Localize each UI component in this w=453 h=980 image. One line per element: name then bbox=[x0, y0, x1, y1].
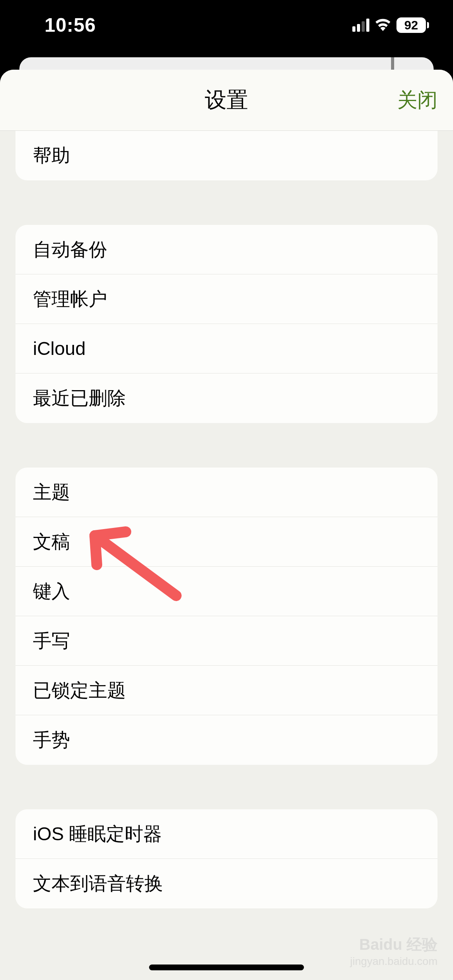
row-label: 文稿 bbox=[33, 529, 70, 554]
row-label: iOS 睡眠定时器 bbox=[33, 822, 162, 846]
home-indicator[interactable] bbox=[149, 965, 304, 970]
row-recently-deleted[interactable]: 最近已删除 bbox=[15, 373, 438, 423]
row-auto-backup[interactable]: 自动备份 bbox=[15, 225, 438, 274]
battery-icon: 92 bbox=[396, 17, 426, 33]
settings-sheet: 设置 关闭 帮助 自动备份 管理帐户 iCloud 最近已删除 bbox=[0, 70, 453, 980]
row-label: 键入 bbox=[33, 579, 70, 604]
row-label: 手势 bbox=[33, 728, 70, 752]
watermark: Baidu 经验 jingyan.baidu.com bbox=[350, 934, 438, 968]
row-label: 手写 bbox=[33, 629, 70, 653]
watermark-main: Baidu 经验 bbox=[350, 934, 438, 954]
status-bar: 10:56 92 bbox=[0, 0, 453, 50]
battery-level: 92 bbox=[404, 18, 418, 33]
sheet-title: 设置 bbox=[205, 86, 248, 115]
sheet-content[interactable]: 帮助 自动备份 管理帐户 iCloud 最近已删除 主题 文稿 bbox=[0, 131, 453, 908]
sheet-header: 设置 关闭 bbox=[0, 70, 453, 131]
row-manage-account[interactable]: 管理帐户 bbox=[15, 274, 438, 324]
wifi-icon bbox=[374, 17, 392, 33]
status-time: 10:56 bbox=[45, 14, 96, 36]
row-sleep-timer[interactable]: iOS 睡眠定时器 bbox=[15, 809, 438, 859]
group-preferences: 主题 文稿 键入 手写 已锁定主题 手势 bbox=[15, 468, 438, 765]
row-theme[interactable]: 主题 bbox=[15, 468, 438, 517]
row-label: 自动备份 bbox=[33, 237, 107, 262]
close-button[interactable]: 关闭 bbox=[397, 87, 438, 114]
row-label: 主题 bbox=[33, 480, 70, 505]
row-label: 文本到语音转换 bbox=[33, 871, 163, 896]
watermark-sub: jingyan.baidu.com bbox=[350, 954, 438, 968]
row-document[interactable]: 文稿 bbox=[15, 517, 438, 567]
status-indicators: 92 bbox=[352, 17, 426, 33]
row-icloud[interactable]: iCloud bbox=[15, 324, 438, 373]
group-account: 自动备份 管理帐户 iCloud 最近已删除 bbox=[15, 225, 438, 423]
group-system: iOS 睡眠定时器 文本到语音转换 bbox=[15, 809, 438, 908]
row-handwriting[interactable]: 手写 bbox=[15, 616, 438, 666]
row-label: 管理帐户 bbox=[33, 287, 107, 312]
row-label: 帮助 bbox=[33, 143, 70, 168]
group-help: 帮助 bbox=[15, 131, 438, 180]
row-gesture[interactable]: 手势 bbox=[15, 715, 438, 765]
row-label: 已锁定主题 bbox=[33, 678, 126, 703]
row-tts[interactable]: 文本到语音转换 bbox=[15, 859, 438, 908]
row-help[interactable]: 帮助 bbox=[15, 131, 438, 180]
row-locked-theme[interactable]: 已锁定主题 bbox=[15, 666, 438, 715]
row-label: 最近已删除 bbox=[33, 386, 126, 411]
background-card-scrollbar bbox=[391, 57, 394, 71]
row-typing[interactable]: 键入 bbox=[15, 567, 438, 616]
row-label: iCloud bbox=[33, 338, 86, 359]
signal-icon bbox=[352, 19, 369, 32]
